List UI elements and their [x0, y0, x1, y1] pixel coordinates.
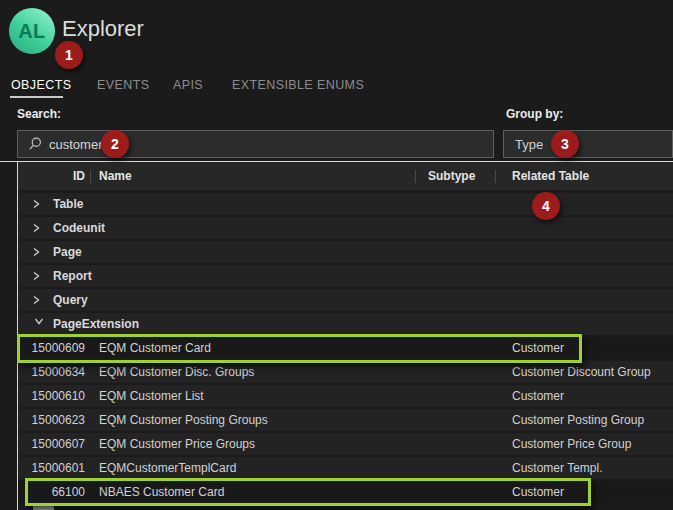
active-tab-underline [10, 96, 63, 98]
table-row[interactable]: 15000634 EQM Customer Disc. Groups Custo… [18, 361, 673, 383]
table-header-row: ID Name Subtype Related Table [18, 162, 673, 190]
tab-objects[interactable]: OBJECTS [11, 78, 71, 92]
cell-id: 15000609 [18, 341, 85, 355]
cell-name: NBAES Customer Card [99, 485, 224, 499]
cell-related-table: Customer Price Group [512, 437, 631, 451]
partial-next-row-fragment [33, 506, 54, 510]
table-row[interactable]: 66100 NBAES Customer Card Customer [18, 481, 673, 503]
annotation-badge-2: 2 [101, 130, 129, 158]
group-label: Table [53, 197, 83, 211]
group-by-value: Type [515, 137, 543, 152]
page-title: Explorer [62, 16, 144, 42]
cell-related-table: Customer [512, 341, 564, 355]
chevron-right-icon [31, 270, 41, 282]
cell-id: 15000601 [18, 461, 85, 475]
column-header-id[interactable]: ID [18, 169, 85, 183]
cell-name: EQM Customer Posting Groups [99, 413, 268, 427]
group-label: Report [53, 269, 92, 283]
cell-id: 66100 [18, 485, 85, 499]
cell-name: EQM Customer Price Groups [99, 437, 255, 451]
table-row[interactable]: 15000609 EQM Customer Card Customer [18, 337, 673, 359]
cell-related-table: Customer Posting Group [512, 413, 644, 427]
group-row-report[interactable]: Report [18, 265, 673, 287]
cell-name: EQM Customer Disc. Groups [99, 365, 254, 379]
group-label: PageExtension [53, 317, 139, 331]
group-label: Query [53, 293, 88, 307]
group-row-query[interactable]: Query [18, 289, 673, 311]
al-logo-text: AL [18, 20, 46, 43]
column-header-subtype[interactable]: Subtype [428, 169, 475, 183]
group-row-page[interactable]: Page [18, 241, 673, 263]
column-separator [90, 170, 91, 183]
cell-name: EQM Customer Card [99, 341, 211, 355]
search-label: Search: [17, 107, 61, 121]
column-separator [495, 170, 496, 183]
cell-id: 15000610 [18, 389, 85, 403]
group-row-pageextension[interactable]: PageExtension [18, 313, 673, 335]
cell-related-table: Customer [512, 389, 564, 403]
annotation-badge-1: 1 [55, 41, 83, 69]
chevron-right-icon [31, 198, 41, 210]
cell-id: 15000634 [18, 365, 85, 379]
annotation-badge-4: 4 [532, 192, 560, 220]
column-separator [415, 170, 416, 183]
cell-related-table: Customer [512, 485, 564, 499]
al-logo: AL [9, 8, 55, 54]
chevron-down-icon [33, 316, 45, 326]
tab-extensible-enums[interactable]: EXTENSIBLE ENUMS [232, 78, 364, 92]
group-label: Codeunit [53, 221, 105, 235]
tab-apis[interactable]: APIS [173, 78, 203, 92]
cell-id: 15000623 [18, 413, 85, 427]
group-label: Page [53, 245, 82, 259]
chevron-right-icon [31, 294, 41, 306]
group-row-codeunit[interactable]: Codeunit [18, 217, 673, 239]
annotation-badge-3: 3 [551, 130, 579, 158]
cell-name: EQMCustomerTemplCard [99, 461, 236, 475]
cell-id: 15000607 [18, 437, 85, 451]
group-row-table[interactable]: Table [18, 193, 673, 215]
chevron-right-icon [31, 246, 41, 258]
column-header-related-table[interactable]: Related Table [512, 169, 589, 183]
table-row[interactable]: 15000610 EQM Customer List Customer [18, 385, 673, 407]
chevron-right-icon [31, 222, 41, 234]
group-by-label: Group by: [506, 107, 563, 121]
tab-events[interactable]: EVENTS [97, 78, 149, 92]
group-by-select[interactable]: Type [503, 130, 673, 158]
search-box [17, 130, 494, 158]
table-row[interactable]: 15000623 EQM Customer Posting Groups Cus… [18, 409, 673, 431]
table-row[interactable]: 15000601 EQMCustomerTemplCard Customer T… [18, 457, 673, 479]
cell-related-table: Customer Templ. [512, 461, 602, 475]
search-icon [27, 136, 43, 152]
column-header-name[interactable]: Name [99, 169, 132, 183]
cell-name: EQM Customer List [99, 389, 204, 403]
table-row[interactable]: 15000607 EQM Customer Price Groups Custo… [18, 433, 673, 455]
cell-related-table: Customer Discount Group [512, 365, 651, 379]
